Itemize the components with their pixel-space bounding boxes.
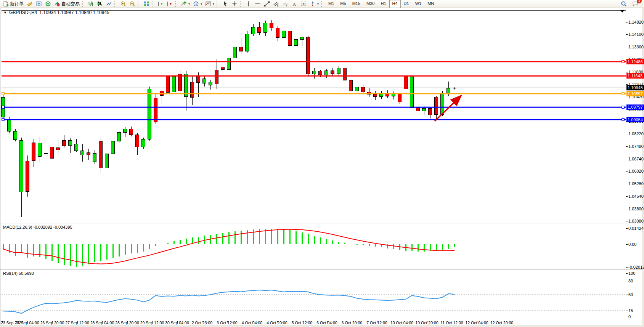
timeframe-m30-button[interactable]: M30 bbox=[363, 0, 377, 8]
svg-text:12 Oct 04:00: 12 Oct 04:00 bbox=[465, 321, 488, 325]
svg-text:6 Oct 04:00: 6 Oct 04:00 bbox=[316, 321, 337, 325]
indicators-icon bbox=[181, 1, 187, 7]
svg-text:0.00: 0.00 bbox=[628, 242, 636, 247]
vertical-line-button[interactable] bbox=[244, 0, 253, 8]
svg-text:1.10945: 1.10945 bbox=[628, 85, 643, 90]
timeframe-w1-button[interactable]: W1 bbox=[412, 0, 425, 8]
toolbar-grip[interactable] bbox=[217, 1, 219, 7]
channel-button[interactable]: E bbox=[271, 0, 281, 8]
candle bbox=[117, 131, 121, 143]
zoom-out-button[interactable] bbox=[128, 0, 137, 8]
timeframe-h4-button[interactable]: H4 bbox=[389, 0, 401, 8]
new-order-button[interactable]: 新订单 bbox=[1, 0, 25, 8]
svg-text:1.10597: 1.10597 bbox=[628, 91, 643, 96]
chat-button[interactable]: 1 bbox=[631, 0, 640, 8]
auto-scroll-button[interactable] bbox=[156, 0, 165, 8]
toolbar-grip[interactable] bbox=[321, 1, 324, 7]
toolbar-grip[interactable] bbox=[114, 1, 117, 7]
chart-ohlc-values: 1.10934 1.10987 1.10840 1.10945 bbox=[39, 10, 109, 15]
svg-text:1.09797: 1.09797 bbox=[628, 105, 643, 109]
chart-title: ▼ GBPUSD-,H4 1.10934 1.10987 1.10840 1.1… bbox=[3, 10, 109, 15]
svg-text:E: E bbox=[277, 4, 279, 7]
candle bbox=[233, 45, 237, 60]
toolbar-grip[interactable] bbox=[152, 1, 154, 7]
chevron-down-icon[interactable]: ▾ bbox=[188, 2, 190, 6]
chart-shift-button[interactable] bbox=[165, 0, 174, 8]
text-button[interactable]: A bbox=[290, 0, 299, 8]
timeframe-m5-button[interactable]: M5 bbox=[337, 0, 349, 8]
svg-text:26 Sep 04:00: 26 Sep 04:00 bbox=[15, 321, 39, 325]
alerts-button[interactable] bbox=[43, 0, 53, 8]
svg-text:100: 100 bbox=[628, 271, 635, 276]
trendline-button[interactable] bbox=[262, 0, 271, 8]
zoom-out-icon bbox=[129, 1, 135, 7]
cursor-icon bbox=[222, 1, 228, 7]
chart-symbol-period: GBPUSD-,H4 bbox=[9, 10, 37, 15]
timeframe-mn-button[interactable]: MN bbox=[424, 0, 437, 8]
svg-text:1.13360: 1.13360 bbox=[628, 45, 644, 49]
svg-text:1.06740: 1.06740 bbox=[628, 157, 644, 161]
autoscroll-icon bbox=[157, 1, 164, 7]
candle bbox=[288, 30, 292, 48]
new-order-button-label: 新订单 bbox=[10, 1, 24, 7]
search-button[interactable] bbox=[619, 0, 628, 8]
autotrading-button[interactable]: 自动交易 bbox=[53, 0, 81, 8]
macd-indicator-label: MACD(12,26,9) -0.002892 -0.004395 bbox=[3, 225, 72, 229]
chevron-down-icon[interactable]: ▾ bbox=[201, 2, 202, 6]
metaeditor-icon bbox=[27, 1, 33, 7]
svg-text:1.12486: 1.12486 bbox=[628, 59, 643, 64]
svg-text:28 Sep 04:00: 28 Sep 04:00 bbox=[90, 321, 114, 325]
indicators-button[interactable]: ▾ bbox=[179, 0, 191, 8]
chevron-down-icon[interactable]: ▾ bbox=[317, 2, 319, 6]
horizontal-line-button[interactable] bbox=[253, 0, 262, 8]
chevron-down-icon[interactable]: ▾ bbox=[213, 2, 214, 6]
arrows-button[interactable]: ▾ bbox=[308, 0, 320, 8]
candles-icon bbox=[97, 1, 103, 7]
svg-text:30 Sep 04:00: 30 Sep 04:00 bbox=[165, 321, 189, 325]
timeframe-h1-button[interactable]: H1 bbox=[377, 0, 389, 8]
template-icon bbox=[205, 1, 211, 7]
candlestick-chart-button[interactable] bbox=[95, 0, 104, 8]
svg-text:26 Sep 20:00: 26 Sep 20:00 bbox=[40, 321, 64, 325]
line-chart-button[interactable] bbox=[104, 0, 114, 8]
svg-text:50: 50 bbox=[628, 292, 633, 297]
periodicity-button[interactable]: ▾ bbox=[191, 0, 204, 8]
timeframe-m15-button[interactable]: M15 bbox=[349, 0, 363, 8]
toolbar-grip[interactable] bbox=[138, 1, 140, 7]
autotrading-icon bbox=[54, 1, 60, 7]
search-icon bbox=[621, 1, 627, 7]
tile-windows-button[interactable] bbox=[142, 0, 151, 8]
toolbar-grip[interactable] bbox=[82, 1, 85, 7]
trendline-icon bbox=[264, 1, 270, 7]
timeframe-m1-button[interactable]: M1 bbox=[325, 0, 337, 8]
svg-text:1.03800: 1.03800 bbox=[628, 207, 644, 211]
cursor-button[interactable] bbox=[221, 0, 230, 8]
bar-chart-button[interactable] bbox=[86, 0, 95, 8]
svg-text:27 Sep 12:00: 27 Sep 12:00 bbox=[65, 321, 89, 325]
fibonacci-button[interactable]: F bbox=[281, 0, 290, 8]
profile-button[interactable] bbox=[34, 0, 43, 8]
svg-text:1.07480: 1.07480 bbox=[628, 144, 644, 149]
candle bbox=[26, 155, 29, 197]
chart-canvas: 1.148201.141001.133601.126201.118801.111… bbox=[0, 0, 644, 327]
toolbar-grip[interactable] bbox=[240, 1, 243, 7]
zoom-in-button[interactable] bbox=[119, 0, 128, 8]
candle bbox=[148, 87, 151, 141]
svg-text:12 Oct 20:00: 12 Oct 20:00 bbox=[490, 321, 513, 325]
hline-icon bbox=[255, 1, 261, 7]
svg-text:1.06020: 1.06020 bbox=[628, 169, 644, 173]
text-label-button[interactable]: T bbox=[299, 0, 308, 8]
candle bbox=[142, 138, 145, 148]
crosshair-button[interactable] bbox=[230, 0, 239, 8]
metaeditor-button[interactable] bbox=[25, 0, 34, 8]
profile-icon bbox=[36, 1, 42, 7]
main-toolbar: 新订单自动交易▾▾▾EFAT▾M1M5M15M30H1H4D1W1MN1 bbox=[0, 0, 644, 8]
alerts-icon bbox=[45, 1, 51, 7]
timeframe-d1-button[interactable]: D1 bbox=[401, 0, 412, 8]
toolbar-grip[interactable] bbox=[175, 1, 178, 7]
templates-button[interactable]: ▾ bbox=[204, 0, 216, 8]
chart-title-collapse-icon[interactable]: ▼ bbox=[3, 11, 7, 14]
svg-text:T: T bbox=[303, 2, 305, 6]
new-order-icon bbox=[3, 1, 9, 7]
time-axis: 23 Sep 202226 Sep 04:0026 Sep 20:0027 Se… bbox=[1, 321, 513, 325]
